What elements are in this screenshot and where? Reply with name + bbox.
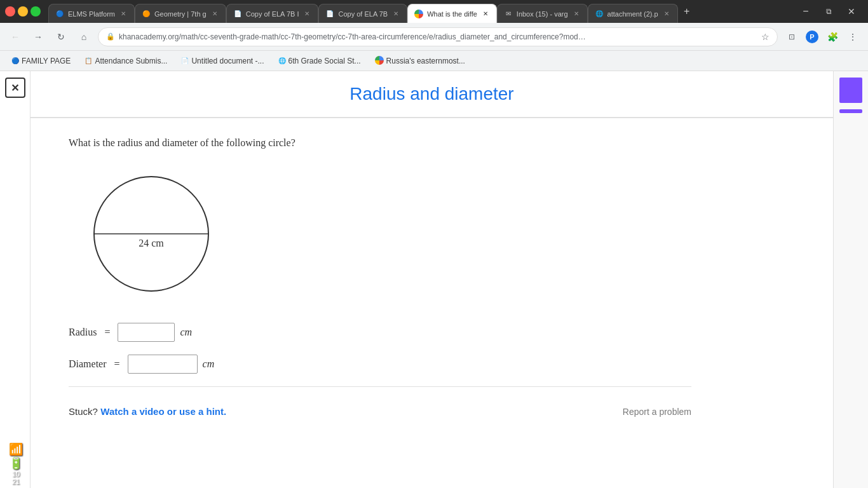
radius-unit: cm bbox=[180, 327, 192, 338]
exercise-body: What is the radius and diameter of the f… bbox=[31, 118, 729, 443]
bookmark-family-favicon: 🔵 bbox=[11, 57, 19, 64]
tabs-bar: 🔵 ELMS Platform ✕ 🟠 Geometry | 7th g ✕ 📄… bbox=[0, 0, 868, 23]
tab-ela7b2-label: Copy of ELA 7B bbox=[338, 10, 388, 18]
tab-attachment[interactable]: 🌐 attachment (2).p ✕ bbox=[588, 4, 678, 23]
system-time: 10 21 bbox=[12, 470, 20, 485]
bookmark-social-label: 6th Grade Social St... bbox=[288, 57, 361, 65]
circle-diagram: 24 cm bbox=[81, 164, 691, 304]
stuck-section: Stuck? Watch a video or use a hint. bbox=[69, 406, 226, 417]
nav-icons-right: ⊡ P 🧩 ⋮ bbox=[783, 28, 862, 46]
right-sidebar bbox=[833, 71, 868, 488]
cast-button[interactable]: ⊡ bbox=[783, 28, 801, 46]
diameter-equals: = bbox=[114, 358, 120, 370]
bookmark-russia[interactable]: Russia's easternmost... bbox=[370, 54, 470, 68]
diameter-input[interactable] bbox=[128, 355, 198, 374]
tab-elms-close[interactable]: ✕ bbox=[119, 10, 128, 18]
bookmark-untitled[interactable]: 📄 Untitled document -... bbox=[176, 55, 269, 67]
bookmark-untitled-label: Untitled document -... bbox=[191, 57, 264, 65]
tab-geometry-favicon: 🟠 bbox=[142, 10, 151, 18]
tab-inbox-close[interactable]: ✕ bbox=[572, 10, 581, 18]
bookmark-untitled-favicon: 📄 bbox=[181, 57, 189, 64]
browser-restore-button[interactable]: ⧉ bbox=[820, 3, 837, 20]
browser-minimize-button[interactable]: − bbox=[797, 3, 815, 20]
tab-ela7b1-close[interactable]: ✕ bbox=[302, 10, 311, 18]
address-text: khanacademy.org/math/cc-seventh-grade-ma… bbox=[119, 32, 757, 41]
exercise-title: Radius and diameter bbox=[31, 84, 833, 104]
tab-ela7b1-favicon: 📄 bbox=[233, 10, 242, 18]
tab-geometry[interactable]: 🟠 Geometry | 7th g ✕ bbox=[135, 4, 226, 23]
browser-window: 🔵 ELMS Platform ✕ 🟠 Geometry | 7th g ✕ 📄… bbox=[0, 0, 868, 488]
tab-attachment-favicon: 🌐 bbox=[595, 10, 604, 18]
home-button[interactable]: ⌂ bbox=[75, 28, 93, 46]
question-text: What is the radius and diameter of the f… bbox=[69, 137, 691, 149]
main-content: Radius and diameter What is the radius a… bbox=[31, 71, 833, 488]
radius-equals: = bbox=[104, 327, 110, 338]
new-tab-button[interactable]: + bbox=[678, 3, 696, 20]
circle-label: 24 cm bbox=[139, 238, 164, 248]
bookmarks-bar: 🔵 FAMILY PAGE 📋 Attendance Submis... 📄 U… bbox=[0, 51, 868, 71]
address-bar[interactable]: 🔒 khanacademy.org/math/cc-seventh-grade-… bbox=[98, 27, 778, 46]
tab-geometry-label: Geometry | 7th g bbox=[154, 10, 207, 18]
bookmark-family-label: FAMILY PAGE bbox=[22, 57, 71, 65]
bookmark-family-page[interactable]: 🔵 FAMILY PAGE bbox=[6, 55, 76, 67]
hint-link[interactable]: Watch a video or use a hint. bbox=[100, 406, 226, 417]
tab-ela7b1-label: Copy of ELA 7B I bbox=[246, 10, 299, 18]
tab-ela7b2-favicon: 📄 bbox=[325, 10, 334, 18]
reload-button[interactable]: ↻ bbox=[52, 28, 70, 46]
url-path: /math/cc-seventh-grade-math/cc-7th-geome… bbox=[179, 32, 586, 41]
report-problem-button[interactable]: Report a problem bbox=[623, 407, 691, 417]
tab-whatisdiffer-close[interactable]: ✕ bbox=[481, 10, 490, 18]
window-controls bbox=[5, 6, 41, 17]
radius-label: Radius bbox=[69, 327, 97, 338]
bookmark-attendance[interactable]: 📋 Attendance Submis... bbox=[79, 55, 172, 67]
bookmark-attendance-label: Attendance Submis... bbox=[95, 57, 167, 65]
tab-ela7b-2[interactable]: 📄 Copy of ELA 7B ✕ bbox=[318, 4, 407, 23]
forward-button[interactable]: → bbox=[29, 28, 47, 46]
nav-bar: ← → ↻ ⌂ 🔒 khanacademy.org/math/cc-sevent… bbox=[0, 23, 868, 51]
menu-button[interactable]: ⋮ bbox=[844, 28, 862, 46]
right-sidebar-accent bbox=[839, 109, 862, 113]
battery-icon: 🔋 bbox=[9, 456, 23, 470]
tab-inbox-favicon: ✉ bbox=[504, 10, 513, 18]
ssl-lock-icon: 🔒 bbox=[106, 32, 115, 41]
back-button[interactable]: ← bbox=[6, 28, 24, 46]
stuck-label: Stuck? bbox=[69, 406, 98, 417]
bookmark-attendance-favicon: 📋 bbox=[85, 57, 92, 64]
exercise-header: Radius and diameter bbox=[31, 71, 833, 118]
tab-attachment-close[interactable]: ✕ bbox=[662, 10, 671, 18]
bookmark-social-studies[interactable]: 🌐 6th Grade Social St... bbox=[273, 55, 366, 67]
browser-tabs: 🔵 ELMS Platform ✕ 🟠 Geometry | 7th g ✕ 📄… bbox=[48, 0, 696, 23]
address-star-icon[interactable]: ☆ bbox=[761, 32, 770, 42]
bookmark-russia-label: Russia's easternmost... bbox=[386, 57, 465, 65]
window-minimize-button[interactable] bbox=[18, 6, 28, 17]
content-area: ✕ Radius and diameter What is the radius… bbox=[0, 71, 868, 488]
url-prefix: khanacademy.org bbox=[119, 32, 179, 41]
tab-inbox[interactable]: ✉ Inbox (15) - varg ✕ bbox=[497, 4, 588, 23]
wifi-icon: 📶 bbox=[9, 442, 23, 456]
profile-button[interactable]: P bbox=[803, 28, 821, 46]
tab-geometry-close[interactable]: ✕ bbox=[210, 10, 219, 18]
window-close-button[interactable] bbox=[5, 6, 15, 17]
tab-inbox-label: Inbox (15) - varg bbox=[517, 10, 568, 18]
tab-whatisdiffer-favicon bbox=[414, 10, 423, 18]
browser-close-button[interactable]: ✕ bbox=[843, 3, 860, 20]
tab-whatisdiffer-label: What is the diffe bbox=[427, 10, 477, 18]
extensions-button[interactable]: 🧩 bbox=[824, 28, 841, 46]
right-sidebar-block-1 bbox=[839, 78, 862, 103]
exercise-close-button[interactable]: ✕ bbox=[5, 78, 25, 98]
bookmark-russia-favicon bbox=[375, 56, 384, 66]
tab-elms-label: ELMS Platform bbox=[68, 10, 115, 18]
diameter-input-row: Diameter = cm bbox=[69, 355, 691, 374]
tab-ela7b2-close[interactable]: ✕ bbox=[391, 10, 400, 18]
bookmark-social-favicon: 🌐 bbox=[278, 57, 286, 64]
tab-whatisdiffer[interactable]: What is the diffe ✕ bbox=[407, 4, 497, 23]
radius-input-row: Radius = cm bbox=[69, 323, 691, 342]
footer-divider bbox=[69, 386, 691, 387]
circle-svg: 24 cm bbox=[81, 164, 221, 304]
diameter-label: Diameter bbox=[69, 358, 107, 370]
tab-elms[interactable]: 🔵 ELMS Platform ✕ bbox=[48, 4, 135, 23]
system-overlay: 📶 🔋 10 21 bbox=[0, 442, 32, 488]
window-maximize-button[interactable] bbox=[31, 6, 41, 17]
radius-input[interactable] bbox=[118, 323, 175, 342]
tab-ela7b-1[interactable]: 📄 Copy of ELA 7B I ✕ bbox=[226, 4, 319, 23]
